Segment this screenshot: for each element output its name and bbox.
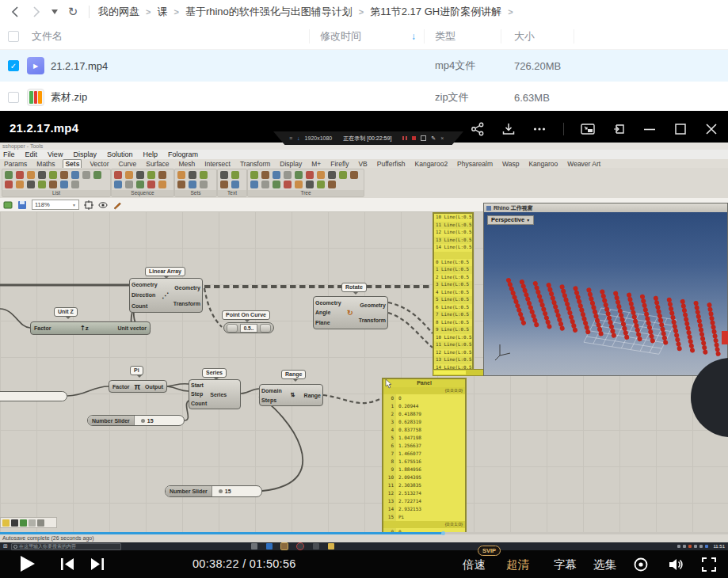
column-type[interactable]: 类型	[435, 29, 455, 44]
tool-icon[interactable]	[29, 519, 36, 527]
gh-component-icon[interactable]	[27, 181, 35, 188]
output-port[interactable]: Series	[210, 392, 227, 397]
gh-component-icon[interactable]	[306, 171, 314, 179]
gh-tab[interactable]: Weaver Art	[566, 160, 602, 168]
gh-component-icon[interactable]	[295, 181, 303, 188]
gh-component-icon[interactable]	[284, 181, 292, 188]
refresh-icon[interactable]: ↻	[66, 5, 80, 19]
gh-component-icon[interactable]	[27, 171, 35, 179]
input-port[interactable]: Start	[191, 382, 204, 388]
tray-icon[interactable]	[677, 545, 680, 548]
previous-button[interactable]	[60, 557, 74, 571]
gh-component-icon[interactable]	[158, 171, 166, 179]
row-checkbox-checked[interactable]: ✓	[8, 60, 19, 71]
viewport-label[interactable]: Perspective ▼	[487, 215, 534, 225]
breadcrumb-item[interactable]: 基于rhino的软件强化与出图辅导计划	[185, 5, 353, 19]
file-name[interactable]: 素材.zip	[51, 90, 87, 105]
tool-icon[interactable]	[37, 519, 44, 527]
gh-component-icon[interactable]	[136, 181, 144, 188]
gh-tab[interactable]: Curve	[117, 160, 139, 168]
input-port[interactable]: Direction	[131, 292, 155, 298]
gh-number-slider-partial[interactable]: cier 15	[0, 391, 67, 401]
next-button[interactable]	[90, 557, 105, 571]
gh-menu-item[interactable]: File	[3, 150, 15, 158]
history-dropdown-icon[interactable]	[51, 5, 59, 19]
breadcrumb-item[interactable]: 我的网盘	[98, 5, 139, 19]
tray-icon[interactable]	[705, 545, 708, 548]
gh-number-slider[interactable]: Number Slider 15	[165, 485, 262, 497]
input-port[interactable]: Count	[131, 303, 147, 309]
input-port[interactable]: Domain	[261, 388, 282, 394]
app-icon[interactable]	[313, 543, 319, 549]
progress-handle[interactable]	[441, 531, 445, 535]
gh-component-icon[interactable]	[250, 181, 258, 188]
gh-tab[interactable]: Kangaroo	[527, 160, 559, 168]
subtitle-button[interactable]: 字幕	[554, 557, 577, 572]
output-port[interactable]: Transform	[359, 318, 386, 323]
gh-component-icon[interactable]	[93, 171, 101, 179]
gh-tab[interactable]: Transform	[238, 160, 272, 168]
gh-tab[interactable]: Pufferfish	[375, 160, 407, 168]
column-size[interactable]: 大小	[514, 29, 535, 44]
tray-icon[interactable]	[699, 545, 703, 548]
gh-component-icon[interactable]	[82, 171, 90, 179]
gh-menu-item[interactable]: View	[48, 150, 63, 158]
output-port[interactable]: Geometry	[360, 302, 386, 308]
gh-tab[interactable]: Wasp	[501, 160, 520, 168]
close-icon[interactable]	[704, 122, 718, 136]
gh-component-icon[interactable]	[231, 181, 239, 188]
quality-button[interactable]: 超清	[506, 557, 529, 572]
rhino-app-icon[interactable]	[296, 542, 304, 550]
tray-icon[interactable]	[694, 545, 697, 548]
tool-icon[interactable]	[11, 519, 18, 527]
gh-tab[interactable]: Physarealm	[455, 160, 494, 168]
camera-icon[interactable]	[421, 135, 426, 141]
gh-component-icon[interactable]	[125, 171, 133, 179]
preview-eye-icon[interactable]	[98, 200, 108, 210]
gh-component-icon[interactable]	[350, 171, 358, 179]
output-port[interactable]: Range	[304, 393, 321, 398]
input-port[interactable]: Geometry	[315, 300, 341, 306]
gh-component-icon[interactable]	[273, 181, 280, 188]
gh-component-icon[interactable]	[125, 181, 133, 188]
gh-menu-item[interactable]: Help	[143, 150, 158, 158]
breadcrumb-item[interactable]: 课	[157, 5, 167, 19]
folder-app-icon[interactable]	[328, 543, 334, 549]
minimize-icon[interactable]	[642, 122, 657, 136]
recorder-download-icon[interactable]: ↓	[297, 135, 300, 141]
rhino-viewport-window[interactable]: Rhino 工作视窗 Perspective ▼	[483, 203, 728, 376]
gh-component-icon[interactable]	[5, 181, 13, 188]
gh-component-icon[interactable]	[328, 181, 336, 188]
gh-tab[interactable]: Display	[278, 160, 303, 168]
slider-grip[interactable]	[219, 489, 223, 493]
gh-component-icon[interactable]	[231, 171, 239, 179]
gh-tab[interactable]: Mesh	[177, 160, 197, 168]
gh-line-panel[interactable]: 10 Line(L:0.511 Line(L:0.512 Line(L:0.51…	[433, 212, 474, 371]
gh-tab[interactable]: Intersect	[203, 160, 232, 168]
gh-component-icon[interactable]	[5, 171, 13, 179]
gh-component-icon[interactable]	[328, 171, 336, 179]
gh-component-icon[interactable]	[147, 181, 155, 188]
zoom-select[interactable]: 118%▼	[32, 200, 79, 210]
gh-component-icon[interactable]	[38, 181, 46, 188]
gh-component-range[interactable]: DomainSteps ⇅ Range	[259, 384, 323, 406]
column-modified[interactable]: 修改时间	[320, 29, 361, 44]
gh-component-icon[interactable]	[339, 171, 347, 179]
input-port[interactable]: Count	[191, 401, 207, 406]
forward-icon[interactable]	[29, 5, 44, 19]
tool-icon[interactable]	[2, 519, 10, 527]
gh-tab[interactable]: Vector	[88, 160, 110, 168]
gh-tab[interactable]: Maths	[35, 160, 56, 168]
start-button-icon[interactable]: ⊞	[3, 543, 8, 549]
taskbar-search[interactable]: 在这里输入你要搜索的内容	[11, 543, 121, 550]
gh-component-icon[interactable]	[16, 181, 24, 188]
gh-component-icon[interactable]	[158, 181, 166, 188]
gh-component-icon[interactable]	[273, 171, 280, 179]
gh-number-slider[interactable]: Number Slider 15	[87, 415, 185, 426]
table-row[interactable]: 素材.zip zip文件 6.63MB	[0, 82, 728, 114]
gh-tab[interactable]: Sets	[63, 159, 82, 168]
gh-component-icon[interactable]	[177, 171, 185, 179]
gh-component-icon[interactable]	[261, 181, 269, 188]
gh-menu-item[interactable]: Solution	[107, 150, 133, 158]
slider-grip[interactable]	[141, 419, 145, 423]
